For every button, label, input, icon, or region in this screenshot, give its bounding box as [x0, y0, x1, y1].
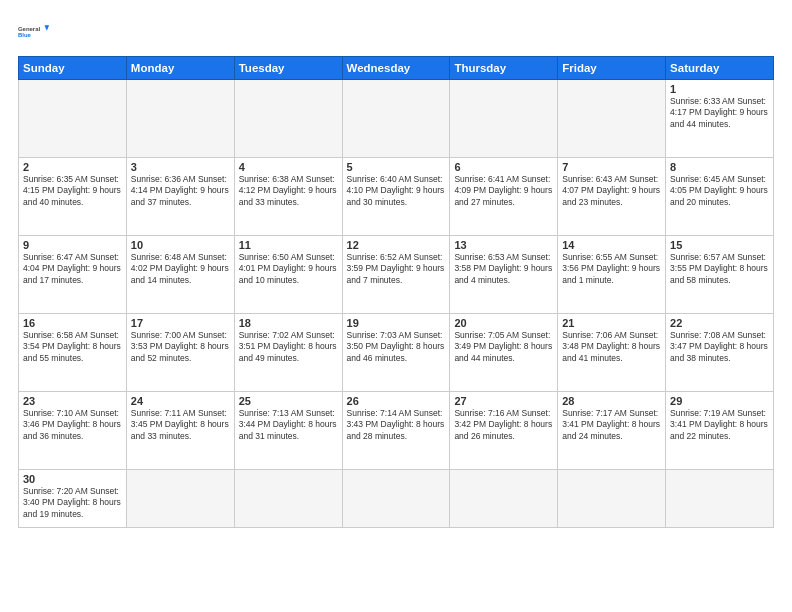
- calendar-cell: 13Sunrise: 6:53 AM Sunset: 3:58 PM Dayli…: [450, 236, 558, 314]
- day-info: Sunrise: 7:03 AM Sunset: 3:50 PM Dayligh…: [347, 330, 446, 364]
- day-info: Sunrise: 6:50 AM Sunset: 4:01 PM Dayligh…: [239, 252, 338, 286]
- day-number: 20: [454, 317, 553, 329]
- calendar-cell: 20Sunrise: 7:05 AM Sunset: 3:49 PM Dayli…: [450, 314, 558, 392]
- day-number: 28: [562, 395, 661, 407]
- calendar-cell: 15Sunrise: 6:57 AM Sunset: 3:55 PM Dayli…: [666, 236, 774, 314]
- day-info: Sunrise: 6:47 AM Sunset: 4:04 PM Dayligh…: [23, 252, 122, 286]
- day-number: 12: [347, 239, 446, 251]
- day-info: Sunrise: 6:35 AM Sunset: 4:15 PM Dayligh…: [23, 174, 122, 208]
- day-info: Sunrise: 7:20 AM Sunset: 3:40 PM Dayligh…: [23, 486, 122, 520]
- day-info: Sunrise: 7:11 AM Sunset: 3:45 PM Dayligh…: [131, 408, 230, 442]
- day-info: Sunrise: 7:19 AM Sunset: 3:41 PM Dayligh…: [670, 408, 769, 442]
- day-number: 5: [347, 161, 446, 173]
- calendar-cell: [19, 80, 127, 158]
- calendar: SundayMondayTuesdayWednesdayThursdayFrid…: [18, 56, 774, 528]
- day-info: Sunrise: 6:38 AM Sunset: 4:12 PM Dayligh…: [239, 174, 338, 208]
- page: GeneralBlue SundayMondayTuesdayWednesday…: [0, 0, 792, 612]
- calendar-cell: 1Sunrise: 6:33 AM Sunset: 4:17 PM Daylig…: [666, 80, 774, 158]
- calendar-cell: 22Sunrise: 7:08 AM Sunset: 3:47 PM Dayli…: [666, 314, 774, 392]
- calendar-cell: 24Sunrise: 7:11 AM Sunset: 3:45 PM Dayli…: [126, 392, 234, 470]
- calendar-cell: 14Sunrise: 6:55 AM Sunset: 3:56 PM Dayli…: [558, 236, 666, 314]
- day-info: Sunrise: 6:45 AM Sunset: 4:05 PM Dayligh…: [670, 174, 769, 208]
- day-number: 6: [454, 161, 553, 173]
- calendar-cell: [342, 80, 450, 158]
- svg-marker-2: [45, 25, 50, 30]
- day-info: Sunrise: 6:53 AM Sunset: 3:58 PM Dayligh…: [454, 252, 553, 286]
- day-info: Sunrise: 6:58 AM Sunset: 3:54 PM Dayligh…: [23, 330, 122, 364]
- day-number: 9: [23, 239, 122, 251]
- weekday-header-wednesday: Wednesday: [342, 57, 450, 80]
- calendar-cell: 16Sunrise: 6:58 AM Sunset: 3:54 PM Dayli…: [19, 314, 127, 392]
- day-info: Sunrise: 7:16 AM Sunset: 3:42 PM Dayligh…: [454, 408, 553, 442]
- calendar-cell: 3Sunrise: 6:36 AM Sunset: 4:14 PM Daylig…: [126, 158, 234, 236]
- calendar-cell: 6Sunrise: 6:41 AM Sunset: 4:09 PM Daylig…: [450, 158, 558, 236]
- week-row-6: 30Sunrise: 7:20 AM Sunset: 3:40 PM Dayli…: [19, 470, 774, 528]
- day-info: Sunrise: 6:43 AM Sunset: 4:07 PM Dayligh…: [562, 174, 661, 208]
- calendar-cell: [126, 470, 234, 528]
- calendar-cell: 30Sunrise: 7:20 AM Sunset: 3:40 PM Dayli…: [19, 470, 127, 528]
- calendar-cell: [558, 80, 666, 158]
- calendar-cell: [450, 470, 558, 528]
- day-number: 23: [23, 395, 122, 407]
- day-info: Sunrise: 6:55 AM Sunset: 3:56 PM Dayligh…: [562, 252, 661, 286]
- calendar-cell: 29Sunrise: 7:19 AM Sunset: 3:41 PM Dayli…: [666, 392, 774, 470]
- day-info: Sunrise: 7:02 AM Sunset: 3:51 PM Dayligh…: [239, 330, 338, 364]
- day-number: 3: [131, 161, 230, 173]
- day-number: 2: [23, 161, 122, 173]
- day-number: 17: [131, 317, 230, 329]
- weekday-header-saturday: Saturday: [666, 57, 774, 80]
- calendar-cell: 9Sunrise: 6:47 AM Sunset: 4:04 PM Daylig…: [19, 236, 127, 314]
- generalblue-logo-icon: GeneralBlue: [18, 18, 50, 46]
- calendar-cell: [234, 470, 342, 528]
- week-row-3: 9Sunrise: 6:47 AM Sunset: 4:04 PM Daylig…: [19, 236, 774, 314]
- day-number: 13: [454, 239, 553, 251]
- day-number: 19: [347, 317, 446, 329]
- week-row-2: 2Sunrise: 6:35 AM Sunset: 4:15 PM Daylig…: [19, 158, 774, 236]
- day-info: Sunrise: 7:05 AM Sunset: 3:49 PM Dayligh…: [454, 330, 553, 364]
- calendar-cell: 26Sunrise: 7:14 AM Sunset: 3:43 PM Dayli…: [342, 392, 450, 470]
- calendar-cell: [126, 80, 234, 158]
- calendar-cell: 12Sunrise: 6:52 AM Sunset: 3:59 PM Dayli…: [342, 236, 450, 314]
- week-row-5: 23Sunrise: 7:10 AM Sunset: 3:46 PM Dayli…: [19, 392, 774, 470]
- day-number: 14: [562, 239, 661, 251]
- day-info: Sunrise: 6:48 AM Sunset: 4:02 PM Dayligh…: [131, 252, 230, 286]
- calendar-cell: 18Sunrise: 7:02 AM Sunset: 3:51 PM Dayli…: [234, 314, 342, 392]
- day-info: Sunrise: 7:00 AM Sunset: 3:53 PM Dayligh…: [131, 330, 230, 364]
- calendar-cell: 2Sunrise: 6:35 AM Sunset: 4:15 PM Daylig…: [19, 158, 127, 236]
- day-number: 24: [131, 395, 230, 407]
- calendar-cell: 7Sunrise: 6:43 AM Sunset: 4:07 PM Daylig…: [558, 158, 666, 236]
- calendar-cell: 27Sunrise: 7:16 AM Sunset: 3:42 PM Dayli…: [450, 392, 558, 470]
- calendar-cell: 23Sunrise: 7:10 AM Sunset: 3:46 PM Dayli…: [19, 392, 127, 470]
- day-info: Sunrise: 6:41 AM Sunset: 4:09 PM Dayligh…: [454, 174, 553, 208]
- day-number: 16: [23, 317, 122, 329]
- calendar-cell: 8Sunrise: 6:45 AM Sunset: 4:05 PM Daylig…: [666, 158, 774, 236]
- logo: GeneralBlue: [18, 18, 50, 46]
- calendar-cell: 25Sunrise: 7:13 AM Sunset: 3:44 PM Dayli…: [234, 392, 342, 470]
- calendar-cell: 21Sunrise: 7:06 AM Sunset: 3:48 PM Dayli…: [558, 314, 666, 392]
- weekday-header-thursday: Thursday: [450, 57, 558, 80]
- svg-text:General: General: [18, 26, 40, 32]
- svg-text:Blue: Blue: [18, 32, 32, 38]
- day-info: Sunrise: 7:10 AM Sunset: 3:46 PM Dayligh…: [23, 408, 122, 442]
- day-number: 11: [239, 239, 338, 251]
- day-number: 22: [670, 317, 769, 329]
- day-info: Sunrise: 6:36 AM Sunset: 4:14 PM Dayligh…: [131, 174, 230, 208]
- calendar-cell: [666, 470, 774, 528]
- day-number: 8: [670, 161, 769, 173]
- day-info: Sunrise: 6:33 AM Sunset: 4:17 PM Dayligh…: [670, 96, 769, 130]
- calendar-cell: [450, 80, 558, 158]
- calendar-cell: 17Sunrise: 7:00 AM Sunset: 3:53 PM Dayli…: [126, 314, 234, 392]
- calendar-cell: 11Sunrise: 6:50 AM Sunset: 4:01 PM Dayli…: [234, 236, 342, 314]
- day-info: Sunrise: 6:52 AM Sunset: 3:59 PM Dayligh…: [347, 252, 446, 286]
- calendar-cell: 19Sunrise: 7:03 AM Sunset: 3:50 PM Dayli…: [342, 314, 450, 392]
- day-number: 10: [131, 239, 230, 251]
- calendar-cell: 28Sunrise: 7:17 AM Sunset: 3:41 PM Dayli…: [558, 392, 666, 470]
- day-info: Sunrise: 6:57 AM Sunset: 3:55 PM Dayligh…: [670, 252, 769, 286]
- day-info: Sunrise: 7:06 AM Sunset: 3:48 PM Dayligh…: [562, 330, 661, 364]
- weekday-header-row: SundayMondayTuesdayWednesdayThursdayFrid…: [19, 57, 774, 80]
- calendar-cell: 4Sunrise: 6:38 AM Sunset: 4:12 PM Daylig…: [234, 158, 342, 236]
- day-number: 26: [347, 395, 446, 407]
- day-info: Sunrise: 7:08 AM Sunset: 3:47 PM Dayligh…: [670, 330, 769, 364]
- day-number: 18: [239, 317, 338, 329]
- day-number: 15: [670, 239, 769, 251]
